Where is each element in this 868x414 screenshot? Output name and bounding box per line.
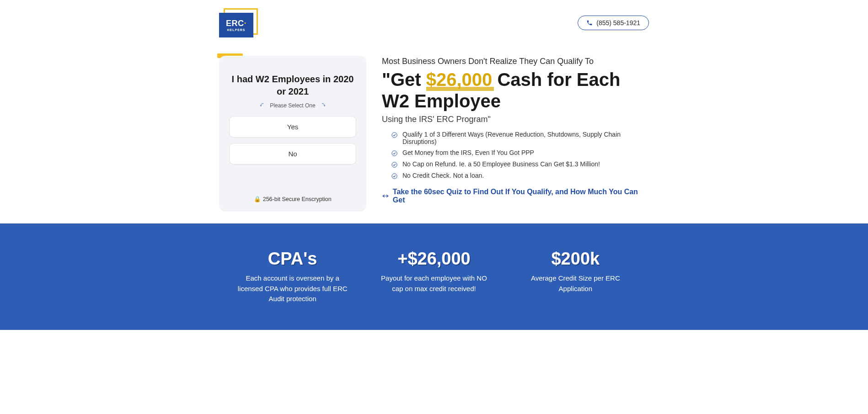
cta-link[interactable]: Take the 60sec Quiz to Find Out If You Q… bbox=[382, 188, 649, 204]
phone-button[interactable]: (855) 585-1921 bbox=[578, 16, 649, 30]
headline: "Get $26,000 Cash for Each W2 Employee bbox=[382, 69, 649, 112]
phone-number: (855) 585-1921 bbox=[596, 19, 640, 27]
hero-section: I had W2 Employees in 2020 or 2021 Pleas… bbox=[219, 41, 649, 223]
bullet-item: Qualify 1 of 3 Different Ways (Revenue R… bbox=[391, 131, 649, 145]
encryption-note: 🔒 256-bit Secure Enscryption bbox=[229, 170, 356, 202]
arrow-curve-left-icon bbox=[260, 102, 266, 109]
check-circle-icon bbox=[391, 173, 398, 180]
bullet-list: Qualify 1 of 3 Different Ways (Revenue R… bbox=[382, 131, 649, 180]
option-no-button[interactable]: No bbox=[229, 143, 356, 165]
svg-point-2 bbox=[392, 162, 397, 167]
logo[interactable]: ERC· HELPERS bbox=[219, 8, 260, 37]
quiz-instruction: Please Select One bbox=[229, 102, 356, 109]
metric-value: $200k bbox=[511, 249, 640, 269]
hero-copy: Most Business Owners Don't Realize They … bbox=[382, 56, 649, 204]
quiz-card: I had W2 Employees in 2020 or 2021 Pleas… bbox=[219, 56, 366, 212]
check-circle-icon bbox=[391, 161, 398, 168]
header: ERC· HELPERS (855) 585-1921 bbox=[219, 0, 649, 41]
quiz-title: I had W2 Employees in 2020 or 2021 bbox=[229, 73, 356, 98]
svg-point-0 bbox=[392, 133, 397, 138]
arrow-curve-right-icon bbox=[319, 102, 326, 109]
check-circle-icon bbox=[391, 132, 398, 138]
metric-cpa: CPA's Each account is overseen by a lice… bbox=[228, 249, 357, 304]
phone-icon bbox=[586, 20, 593, 26]
logo-line1: ERC bbox=[226, 19, 244, 28]
double-arrow-icon bbox=[382, 193, 389, 199]
metric-payout: +$26,000 Payout for each employee with N… bbox=[370, 249, 498, 304]
subline: Using the IRS' ERC Program" bbox=[382, 115, 649, 124]
bullet-item: Get Money from the IRS, Even If You Got … bbox=[391, 149, 649, 157]
svg-point-1 bbox=[392, 151, 397, 156]
preline: Most Business Owners Don't Realize They … bbox=[382, 57, 649, 66]
check-circle-icon bbox=[391, 150, 398, 157]
metric-value: +$26,000 bbox=[370, 249, 498, 269]
metric-desc: Payout for each employee with NO cap on … bbox=[375, 273, 493, 294]
svg-point-3 bbox=[392, 174, 397, 179]
metric-avg: $200k Average Credit Size per ERC Applic… bbox=[511, 249, 640, 304]
logo-line2: HELPERS bbox=[227, 28, 245, 32]
metrics-band: CPA's Each account is overseen by a lice… bbox=[0, 223, 868, 330]
metric-desc: Each account is overseen by a licensed C… bbox=[233, 273, 352, 304]
bullet-item: No Cap on Refund. Ie. a 50 Employee Busi… bbox=[391, 160, 649, 168]
metric-value: CPA's bbox=[228, 249, 357, 269]
headline-gold: $26,000 bbox=[426, 69, 493, 90]
lock-icon: 🔒 bbox=[254, 196, 261, 202]
bullet-item: No Credit Check. Not a loan. bbox=[391, 172, 649, 180]
metric-desc: Average Credit Size per ERC Application bbox=[516, 273, 635, 294]
option-yes-button[interactable]: Yes bbox=[229, 116, 356, 138]
